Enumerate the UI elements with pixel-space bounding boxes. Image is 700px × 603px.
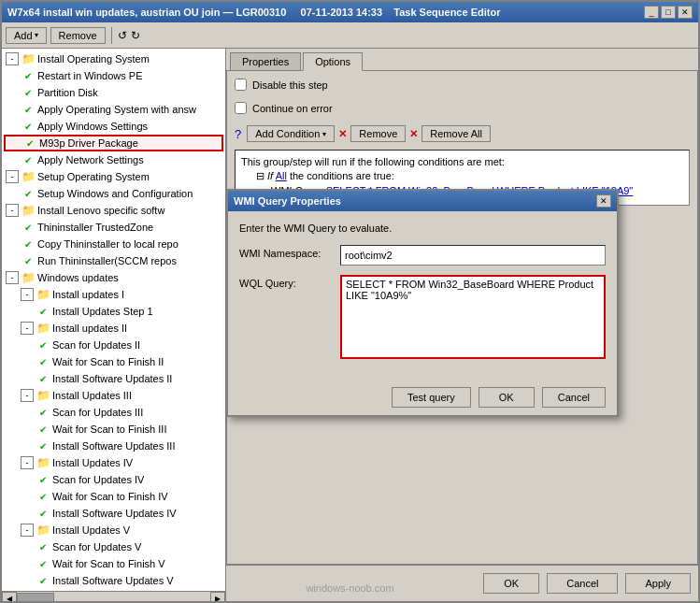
folder-icon: 📁: [36, 287, 50, 302]
tree-item[interactable]: ✔ Thininstaller TrustedZone: [4, 219, 223, 236]
tree-item[interactable]: ✔ Apply Windows Settings: [4, 118, 223, 135]
tree-expand-icon[interactable]: -: [21, 322, 34, 335]
tree-item[interactable]: ✔ Apply Operating System with answ: [4, 101, 223, 118]
tree-item[interactable]: ✔ Install Updates Step 1: [4, 303, 223, 320]
remove-button[interactable]: Remove: [50, 27, 106, 44]
check-icon: ✔: [21, 253, 36, 268]
tree-item-label: Apply Operating System with answ: [37, 104, 196, 115]
check-icon: ✔: [36, 422, 50, 437]
forward-icon[interactable]: ↻: [131, 29, 140, 42]
ok-button[interactable]: OK: [483, 573, 539, 594]
disable-step-row: Disable this step: [235, 79, 690, 91]
tree-container: - 📁 Install Operating System ✔ Restart i…: [2, 49, 225, 591]
minimize-button[interactable]: _: [644, 6, 659, 19]
tree-item-label: Setup Windows and Configuration: [37, 188, 193, 199]
wmi-ok-button[interactable]: OK: [479, 387, 535, 408]
check-icon: ✔: [22, 136, 37, 151]
test-query-button[interactable]: Test query: [392, 387, 471, 408]
title-bar: W7x64 install win updates, austrian OU j…: [2, 2, 698, 22]
tree-item[interactable]: ✔ Restart in Windows PE: [4, 67, 223, 84]
wmi-namespace-input[interactable]: [340, 245, 606, 266]
tree-item[interactable]: - 📁 Install updates II: [4, 320, 223, 337]
scroll-left-button[interactable]: ◀: [2, 592, 17, 602]
bottom-buttons: OK Cancel Apply: [226, 565, 698, 601]
tree-item[interactable]: - 📁 Setup Operating System: [4, 168, 223, 185]
tree-item-label: Restart in Windows PE: [37, 70, 142, 81]
tree-item[interactable]: ✔ Install Software Updates II: [4, 370, 223, 387]
tree-expand-icon[interactable]: -: [6, 170, 19, 183]
tree-item-label: Wait for Scan to Finish III: [52, 424, 166, 435]
maximize-button[interactable]: □: [661, 6, 676, 19]
tree-expand-icon[interactable]: -: [21, 288, 34, 301]
tree-item[interactable]: ✔ Apply Network Settings: [4, 151, 223, 168]
disable-step-checkbox[interactable]: [235, 79, 247, 91]
add-condition-button[interactable]: Add Condition ▾: [247, 125, 335, 142]
wmi-dialog-close-button[interactable]: ✕: [596, 194, 611, 208]
check-icon: ✔: [21, 119, 36, 134]
remove-condition-button[interactable]: Remove: [350, 125, 406, 142]
check-icon: ✔: [21, 152, 36, 167]
toolbar-separator: [111, 27, 112, 44]
tree-item-label: Scan for Updates III: [52, 407, 143, 418]
back-icon[interactable]: ↺: [118, 29, 127, 42]
tree-item[interactable]: - 📁 Install updates I: [4, 286, 223, 303]
tree-panel: - 📁 Install Operating System ✔ Restart i…: [2, 49, 226, 601]
tree-item[interactable]: - 📁 Install Updates V: [4, 522, 223, 538]
scroll-right-button[interactable]: ▶: [210, 592, 225, 602]
tree-expand-icon[interactable]: -: [6, 204, 19, 217]
tree-expand-icon[interactable]: -: [21, 456, 34, 469]
tree-item-label: Windows updates: [37, 272, 119, 283]
tab-properties[interactable]: Properties: [230, 52, 301, 70]
remove-all-button[interactable]: Remove All: [421, 125, 491, 142]
m93p-driver-item[interactable]: ✔ M93p Driver Package: [4, 135, 223, 151]
check-icon: ✔: [36, 472, 50, 487]
main-toolbar: Add ▾ Remove ↺ ↻: [2, 22, 698, 49]
disable-step-label: Disable this step: [252, 79, 328, 91]
check-icon: ✔: [21, 220, 36, 235]
add-button[interactable]: Add ▾: [6, 27, 47, 44]
tree-item[interactable]: ✔ Wait for Scan to Finish V: [4, 555, 223, 572]
scroll-thumb[interactable]: [17, 593, 54, 601]
tree-item[interactable]: - 📁 Install Updates III: [4, 387, 223, 404]
check-icon: ✔: [21, 68, 36, 83]
check-icon: ✔: [36, 371, 50, 386]
tree-item[interactable]: ✔ Install Software Updates III: [4, 438, 223, 454]
tab-options[interactable]: Options: [303, 52, 363, 71]
cancel-button[interactable]: Cancel: [547, 573, 618, 594]
tree-item[interactable]: ✔ Install Software Updates IV: [4, 505, 223, 522]
tree-item-label: M93p Driver Package: [39, 137, 138, 149]
tree-item-label: Install Software Updates III: [52, 440, 175, 452]
tree-expand-icon[interactable]: -: [6, 271, 19, 284]
tree-expand-icon[interactable]: -: [21, 389, 34, 402]
tree-item[interactable]: - 📁 Install Updates IV: [4, 454, 223, 471]
wmi-cancel-button[interactable]: Cancel: [542, 387, 606, 408]
tree-item[interactable]: ✔ Copy Thininstaller to local repo: [4, 236, 223, 252]
check-icon: ✔: [21, 85, 36, 100]
tree-item[interactable]: - 📁 Install Lenovo specific softw: [4, 202, 223, 219]
horizontal-scrollbar[interactable]: ◀ ▶: [2, 591, 225, 601]
tree-item[interactable]: ✔ Scan for Updates III: [4, 404, 223, 421]
tree-item[interactable]: ✔ Scan for Updates II: [4, 337, 223, 353]
scroll-track[interactable]: [17, 592, 210, 601]
tree-item-label: Install Software Updates IV: [52, 508, 177, 519]
continue-error-row: Continue on error: [235, 102, 690, 114]
tree-item[interactable]: ✔ Scan for Updates V: [4, 538, 223, 555]
tree-item[interactable]: - 📁 Install Operating System: [4, 50, 223, 67]
tree-item[interactable]: - 📁 Windows updates: [4, 269, 223, 286]
tree-item[interactable]: ✔ Setup Windows and Configuration: [4, 185, 223, 202]
tree-item-label: Apply Windows Settings: [37, 121, 148, 132]
tree-item[interactable]: ✔ Run Thininstaller(SCCM repos: [4, 252, 223, 269]
apply-button[interactable]: Apply: [625, 573, 691, 594]
close-button[interactable]: ✕: [678, 6, 693, 19]
tree-item[interactable]: ✔ Wait for Scan to Finish II: [4, 353, 223, 370]
continue-error-checkbox[interactable]: [235, 102, 247, 114]
tree-expand-icon[interactable]: -: [21, 524, 34, 537]
tree-item[interactable]: ✔ Partition Disk: [4, 84, 223, 101]
wmi-query-textarea[interactable]: SELECT * FROM Win32_BaseBoard WHERE Prod…: [340, 275, 606, 359]
tree-item[interactable]: ✔ Scan for Updates IV: [4, 471, 223, 488]
tree-item[interactable]: ✔ Wait for Scan to Finish IV: [4, 488, 223, 505]
tree-item[interactable]: ✔ Install Software Updates V: [4, 572, 223, 589]
tree-expand-icon[interactable]: -: [6, 52, 19, 65]
check-icon: ✔: [36, 539, 50, 554]
tree-item[interactable]: ✔ Wait for Scan to Finish III: [4, 421, 223, 438]
